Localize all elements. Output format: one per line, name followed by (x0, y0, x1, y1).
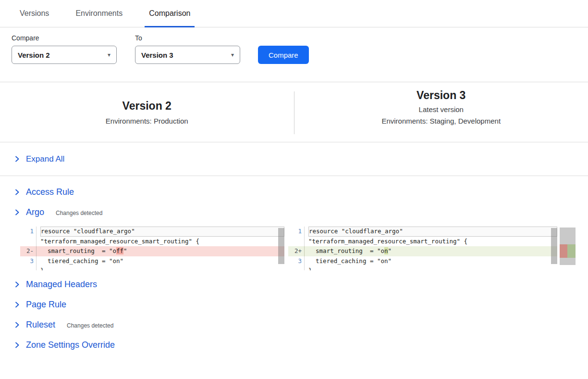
code-text: "terraform_managed_resource_smart_routin… (305, 237, 557, 247)
code-segment: tiered_caching = "on" (308, 257, 392, 265)
diff-line: 2- smart_routing = "off" (20, 246, 284, 256)
version-right-header: Version 3 Latest version Environments: S… (294, 82, 588, 142)
compare-controls: Compare Version 2 ▾ To Version 3 ▾ Compa… (0, 34, 588, 64)
section-zone-settings-override[interactable]: Zone Settings Override (0, 335, 588, 355)
section-label: Ruleset (26, 320, 55, 330)
code-segment: resource "cloudflare_argo" (41, 227, 135, 235)
tab-environments[interactable]: Environments (71, 0, 127, 27)
code-segment: tiered_caching = "on" (40, 257, 123, 265)
resource-sections: Access Rule Argo Changes detected 1resou… (0, 182, 588, 355)
code-segment: smart_routing = "o (308, 247, 384, 254)
inline-change-highlight: n (384, 247, 388, 254)
line-number: 3 (288, 256, 305, 266)
chevron-right-icon (14, 341, 20, 349)
inline-change-highlight: ff (116, 247, 123, 254)
diff-line: } (288, 266, 557, 270)
chevron-right-icon (14, 281, 20, 288)
line-number: 2+ (288, 246, 305, 256)
line-number (20, 237, 37, 247)
code-text: resource "cloudflare_argo" (37, 227, 284, 237)
code-text: smart_routing = "on" (305, 246, 557, 256)
diff-line: 1resource "cloudflare_argo" (20, 227, 284, 237)
diff-line: "terraform_managed_resource_smart_routin… (20, 237, 284, 247)
active-tab-underline (145, 26, 195, 27)
tab-label: Versions (20, 9, 49, 18)
minimap-deletion-marker (560, 244, 567, 258)
compare-from-select[interactable]: Version 2 ▾ (12, 46, 117, 64)
diff-minimap[interactable] (560, 227, 576, 265)
diff-line: 3 tiered_caching = "on" (20, 256, 284, 266)
code-segment: " (388, 247, 392, 254)
code-segment: "terraform_managed_resource_smart_routin… (308, 238, 467, 245)
section-page-rule[interactable]: Page Rule (0, 294, 588, 315)
diff-panel-right: 1resource "cloudflare_argo""terraform_ma… (288, 227, 557, 270)
chevron-right-icon (14, 301, 20, 308)
diff-line: 1resource "cloudflare_argo" (288, 227, 557, 237)
minimap-addition-marker (567, 244, 576, 258)
section-label: Zone Settings Override (26, 340, 115, 350)
compare-to-value: Version 3 (141, 51, 173, 59)
compare-button[interactable]: Compare (258, 46, 309, 64)
code-segment: " (123, 247, 127, 254)
compare-from-label: Compare (12, 34, 117, 42)
version-left-environments: Environments: Production (106, 117, 188, 125)
line-number: 1 (20, 227, 37, 237)
line-number: 3 (20, 256, 37, 266)
code-segment: } (40, 267, 44, 270)
section-managed-headers[interactable]: Managed Headers (0, 274, 588, 294)
section-label: Managed Headers (26, 279, 97, 290)
line-number (288, 237, 305, 247)
code-segment: smart_routing = "o (40, 247, 116, 254)
diff-line: } (20, 266, 284, 270)
version-right-title: Version 3 (416, 89, 466, 102)
compare-from-value: Version 2 (18, 51, 50, 59)
expand-all-label: Expand All (26, 154, 64, 164)
version-left-header: Version 2 Environments: Production (0, 82, 294, 142)
chevron-down-icon: ▾ (108, 51, 110, 58)
section-label: Access Rule (26, 187, 74, 197)
code-text: } (305, 266, 557, 270)
chevron-right-icon (14, 189, 20, 196)
chevron-right-icon (14, 209, 20, 216)
code-text: tiered_caching = "on" (37, 256, 284, 266)
scrollbar[interactable] (551, 228, 557, 264)
code-text: } (37, 266, 284, 270)
version-right-environments: Environments: Staging, Development (381, 117, 501, 125)
tab-comparison[interactable]: Comparison (145, 0, 195, 27)
diff-line: "terraform_managed_resource_smart_routin… (288, 237, 557, 247)
code-text: "terraform_managed_resource_smart_routin… (37, 237, 284, 247)
code-segment: } (308, 267, 312, 270)
diff-line: 2+ smart_routing = "on" (288, 246, 557, 256)
code-segment: resource "cloudflare_argo" (309, 227, 403, 235)
compare-to-select[interactable]: Version 3 ▾ (135, 46, 240, 64)
section-ruleset[interactable]: Ruleset Changes detected (0, 315, 588, 335)
line-number (20, 266, 37, 270)
section-label: Argo (26, 207, 44, 217)
section-argo[interactable]: Argo Changes detected (0, 202, 588, 222)
tab-label: Environments (75, 9, 122, 18)
line-number: 2- (20, 246, 37, 256)
diff-panel-left: 1resource "cloudflare_argo""terraform_ma… (20, 227, 284, 270)
changes-detected-badge: Changes detected (56, 208, 102, 216)
section-access-rule[interactable]: Access Rule (0, 182, 588, 202)
tab-versions[interactable]: Versions (15, 0, 53, 27)
chevron-right-icon (14, 321, 20, 328)
chevron-right-icon (14, 155, 20, 163)
line-number: 1 (288, 227, 305, 237)
tab-label: Comparison (149, 9, 190, 18)
code-text: smart_routing = "off" (37, 246, 284, 256)
diff-line: 3 tiered_caching = "on" (288, 256, 557, 266)
line-number (288, 266, 305, 270)
code-segment: "terraform_managed_resource_smart_routin… (40, 238, 199, 245)
section-label: Page Rule (26, 300, 66, 310)
chevron-down-icon: ▾ (231, 51, 234, 58)
expand-all-button[interactable]: Expand All (0, 142, 588, 176)
compare-to-label: To (135, 34, 240, 42)
version-comparison-header: Version 2 Environments: Production Versi… (0, 82, 588, 142)
code-text: resource "cloudflare_argo" (305, 227, 557, 237)
changes-detected-badge: Changes detected (67, 321, 113, 329)
scrollbar[interactable] (278, 228, 284, 264)
version-left-title: Version 2 (122, 100, 172, 113)
tab-bar: Versions Environments Comparison (0, 0, 588, 27)
code-text: tiered_caching = "on" (305, 256, 557, 266)
